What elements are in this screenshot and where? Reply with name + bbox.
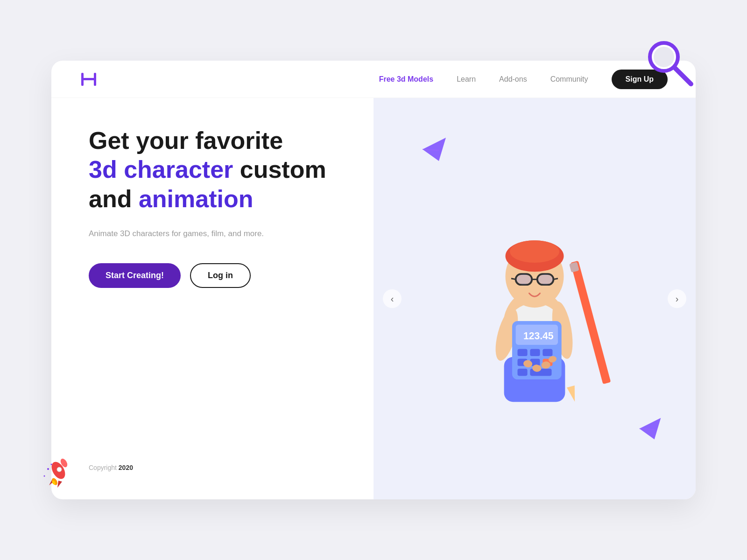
svg-marker-6 (57, 481, 62, 488)
svg-line-30 (553, 279, 558, 280)
hero-subtitle: Animate 3D characters for games, film, a… (89, 227, 345, 240)
svg-rect-44 (517, 369, 527, 376)
left-section: Get your favorite 3d character custom an… (51, 98, 374, 499)
svg-line-2 (675, 68, 691, 84)
hero-highlight1: 3d character (89, 156, 233, 183)
svg-line-29 (511, 279, 516, 280)
carousel-next-button[interactable]: › (668, 289, 686, 308)
svg-point-11 (44, 476, 45, 477)
nav-addons[interactable]: Add-ons (499, 75, 527, 84)
hero-title-line1: Get your favorite (89, 127, 283, 154)
nav-learn[interactable]: Learn (457, 75, 476, 84)
svg-marker-47 (567, 385, 578, 403)
svg-rect-38 (517, 349, 527, 356)
paper-plane-1 (420, 135, 448, 165)
svg-text:123.45: 123.45 (523, 330, 554, 341)
cta-buttons: Start Creating! Log in (89, 263, 345, 288)
login-button[interactable]: Log in (190, 263, 251, 288)
copyright-year: 2020 (119, 464, 133, 471)
paper-plane-2 (637, 416, 663, 443)
svg-rect-39 (530, 349, 540, 356)
rocket-decoration (40, 453, 77, 490)
copyright-prefix: Copyright (89, 464, 119, 471)
svg-point-25 (510, 240, 559, 263)
hero-title-line2: and (89, 185, 139, 212)
svg-point-31 (517, 274, 531, 284)
svg-point-1 (654, 47, 674, 67)
hero-title: Get your favorite 3d character custom an… (89, 126, 345, 213)
page-container: Free 3d Models Learn Add-ons Community S… (0, 0, 747, 560)
copyright: Copyright 2020 (89, 445, 345, 471)
svg-point-7 (57, 467, 62, 472)
logo[interactable] (79, 70, 98, 89)
svg-point-12 (51, 464, 52, 465)
start-creating-button[interactable]: Start Creating! (89, 263, 181, 288)
hero-title-mid: custom (233, 156, 326, 183)
svg-rect-15 (81, 78, 96, 80)
carousel-prev-button[interactable]: ‹ (383, 289, 402, 308)
svg-point-10 (47, 468, 49, 470)
nav-links: Free 3d Models Learn Add-ons Community (379, 75, 588, 84)
content-area: Get your favorite 3d character custom an… (51, 98, 696, 499)
svg-point-32 (538, 274, 553, 284)
main-card: Free 3d Models Learn Add-ons Community S… (51, 61, 696, 499)
magnify-decoration (644, 37, 696, 89)
right-section: ‹ › (374, 98, 696, 499)
nav-free-models[interactable]: Free 3d Models (379, 75, 433, 84)
hero-highlight2: animation (139, 185, 254, 212)
svg-rect-46 (571, 261, 611, 385)
svg-rect-40 (543, 349, 552, 356)
navbar: Free 3d Models Learn Add-ons Community S… (51, 61, 696, 98)
nav-community[interactable]: Community (550, 75, 588, 84)
character-illustration: 123.45 (446, 182, 623, 415)
